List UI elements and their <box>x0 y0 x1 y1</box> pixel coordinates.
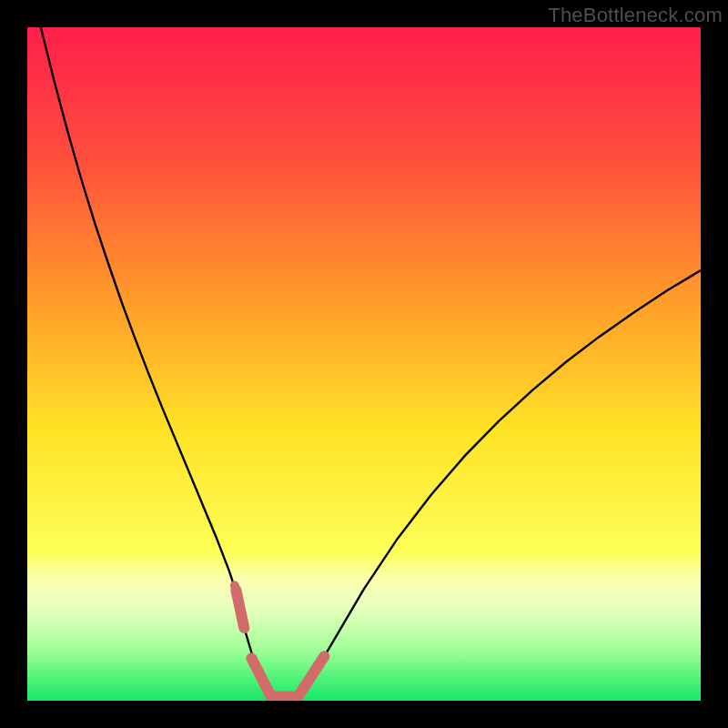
highlight-dot <box>230 581 239 590</box>
bottleneck-chart <box>27 27 701 701</box>
chart-frame <box>27 27 701 701</box>
watermark-text: TheBottleneck.com <box>548 4 723 27</box>
gradient-background <box>27 27 701 701</box>
